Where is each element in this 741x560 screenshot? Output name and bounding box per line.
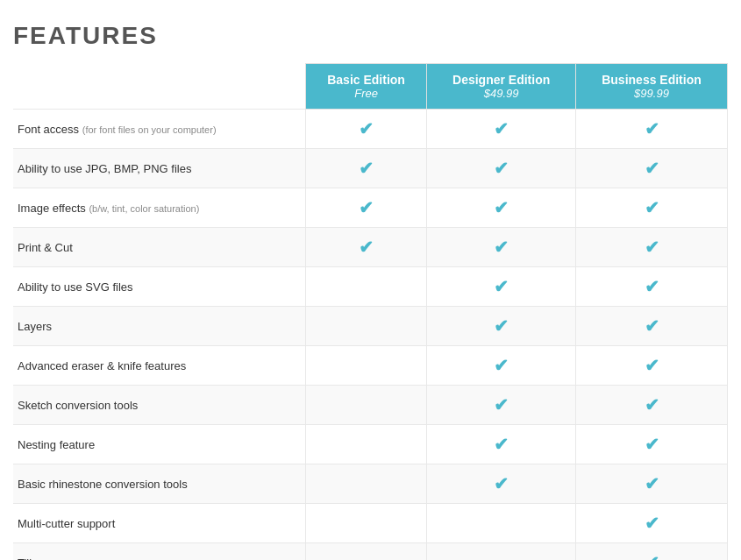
check-icon: ✔ [494,316,509,336]
feature-name-cell: Sketch conversion tools [13,386,305,425]
feature-name-cell: Font access (for font files on your comp… [13,110,305,149]
check-icon: ✔ [645,553,659,560]
feature-name-cell: Ability to use SVG files [13,267,305,307]
designer-check-cell: ✔ [427,188,576,228]
feature-name-cell: Basic rhinestone conversion tools [13,464,305,504]
check-icon: ✔ [359,159,374,178]
designer-check-cell [427,543,576,561]
designer-check-cell: ✔ [427,267,576,307]
page: FEATURES Basic Edition Free Designer Edi… [0,0,741,560]
table-row: Image effects (b/w, tint, color saturati… [13,188,728,228]
basic-check-cell [305,464,426,504]
check-icon: ✔ [494,277,509,296]
feature-label: Print & Cut [18,241,73,254]
feature-name-cell: Advanced eraser & knife features [13,346,305,386]
check-icon: ✔ [494,198,509,217]
check-icon: ✔ [645,435,659,454]
check-icon: ✔ [645,159,659,178]
basic-check-cell [305,504,426,543]
check-icon: ✔ [645,198,659,217]
check-icon: ✔ [494,474,509,493]
page-title: FEATURES [13,13,728,63]
basic-check-cell: ✔ [305,110,426,149]
table-row: Ability to use JPG, BMP, PNG files✔✔✔ [13,149,728,188]
business-check-cell: ✔ [576,188,728,228]
table-header: Basic Edition Free Designer Edition $49.… [13,64,728,110]
check-icon: ✔ [645,119,659,138]
designer-check-cell: ✔ [427,228,576,267]
table-row: Tiling✔ [13,543,728,561]
feature-name-cell: Image effects (b/w, tint, color saturati… [13,188,305,228]
feature-label: Sketch conversion tools [18,399,138,412]
business-check-cell: ✔ [576,425,728,464]
feature-note: (b/w, tint, color saturation) [89,203,199,214]
feature-label: Multi-cutter support [18,517,115,530]
business-check-cell: ✔ [576,228,728,267]
business-check-cell: ✔ [576,267,728,307]
features-tbody: Font access (for font files on your comp… [13,110,728,561]
feature-label: Ability to use JPG, BMP, PNG files [18,162,191,175]
check-icon: ✔ [359,119,374,138]
feature-name-cell: Tiling [13,543,305,561]
features-table: Basic Edition Free Designer Edition $49.… [13,63,728,560]
basic-check-cell [305,543,426,561]
feature-label: Advanced eraser & knife features [18,359,186,372]
feature-label: Basic rhinestone conversion tools [18,478,188,491]
feature-label: Ability to use SVG files [18,280,133,294]
basic-edition-header: Basic Edition Free [305,64,426,110]
check-icon: ✔ [359,237,374,257]
check-icon: ✔ [645,316,659,336]
table-row: Basic rhinestone conversion tools✔✔ [13,464,728,504]
check-icon: ✔ [359,198,374,217]
basic-check-cell: ✔ [305,228,426,267]
designer-edition-price: $49.99 [431,87,571,100]
basic-edition-name: Basic Edition [327,73,405,87]
business-check-cell: ✔ [576,307,728,346]
check-icon: ✔ [494,119,509,138]
table-row: Advanced eraser & knife features✔✔ [13,346,728,386]
designer-check-cell: ✔ [427,307,576,346]
feature-name-cell: Nesting feature [13,425,305,464]
check-icon: ✔ [645,356,659,375]
business-edition-price: $99.99 [581,87,723,100]
feature-name-cell: Layers [13,307,305,346]
feature-name-cell: Print & Cut [13,228,305,267]
basic-check-cell [305,386,426,425]
business-edition-header: Business Edition $99.99 [576,64,728,110]
business-check-cell: ✔ [576,464,728,504]
feature-name-cell: Ability to use JPG, BMP, PNG files [13,149,305,188]
check-icon: ✔ [645,237,659,257]
designer-check-cell: ✔ [427,386,576,425]
business-check-cell: ✔ [576,110,728,149]
check-icon: ✔ [645,514,659,533]
feature-label: Nesting feature [18,438,95,451]
business-check-cell: ✔ [576,149,728,188]
feature-label: Tiling [18,556,45,561]
designer-edition-header: Designer Edition $49.99 [427,64,576,110]
check-icon: ✔ [645,277,659,296]
basic-check-cell [305,307,426,346]
designer-check-cell [427,504,576,543]
designer-edition-name: Designer Edition [452,73,550,87]
check-icon: ✔ [494,395,509,415]
table-row: Print & Cut✔✔✔ [13,228,728,267]
basic-check-cell [305,425,426,464]
business-check-cell: ✔ [576,543,728,561]
check-icon: ✔ [494,356,509,375]
feature-note: (for font files on your computer) [82,124,217,135]
business-edition-name: Business Edition [602,73,702,87]
check-icon: ✔ [494,159,509,178]
designer-check-cell: ✔ [427,346,576,386]
basic-check-cell [305,267,426,307]
table-row: Sketch conversion tools✔✔ [13,386,728,425]
feature-name-cell: Multi-cutter support [13,504,305,543]
check-icon: ✔ [494,237,509,257]
table-row: Ability to use SVG files✔✔ [13,267,728,307]
business-check-cell: ✔ [576,504,728,543]
feature-label: Image effects [18,202,86,215]
designer-check-cell: ✔ [427,464,576,504]
table-row: Nesting feature✔✔ [13,425,728,464]
designer-check-cell: ✔ [427,425,576,464]
check-icon: ✔ [645,474,659,493]
basic-check-cell [305,346,426,386]
